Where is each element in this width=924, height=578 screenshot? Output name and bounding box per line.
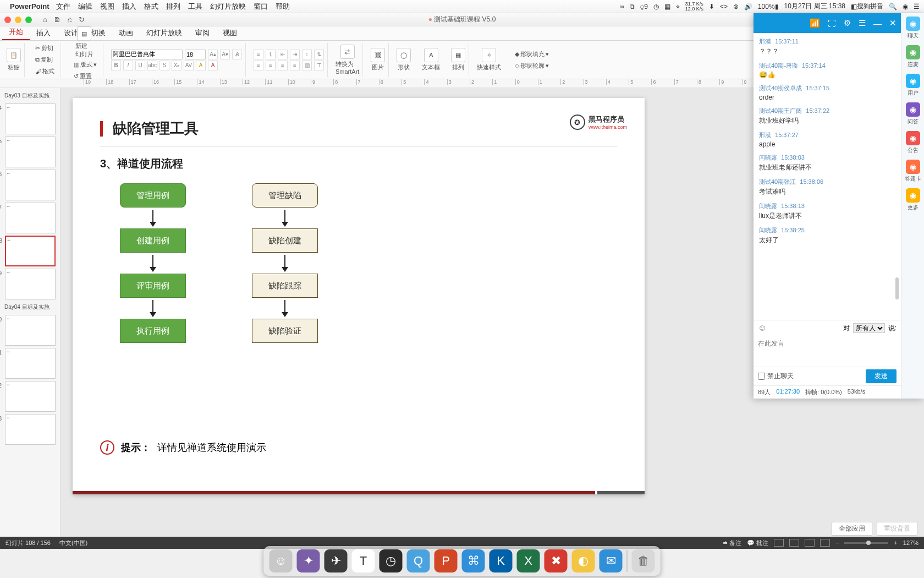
align-right-button[interactable]: ≡ bbox=[278, 61, 288, 70]
compass-icon[interactable]: ⌖ bbox=[676, 3, 680, 10]
flow-right-3[interactable]: 缺陷验证 bbox=[252, 319, 318, 343]
settings-icon[interactable]: ⚙ bbox=[844, 18, 851, 28]
slideshow-view-icon[interactable] bbox=[820, 539, 830, 547]
signal-icon[interactable]: 📶 bbox=[810, 18, 820, 28]
bold-button[interactable]: B bbox=[111, 61, 121, 70]
decrease-font-icon[interactable]: A▾ bbox=[220, 50, 230, 59]
volume-icon[interactable]: 🔊 bbox=[744, 3, 752, 10]
apply-all-button[interactable]: 全部应用 bbox=[832, 522, 872, 536]
dock-app-3[interactable]: T bbox=[352, 549, 375, 572]
chat-side-公告[interactable]: ◉公告 bbox=[906, 131, 920, 154]
slide-thumb[interactable]: 0▪▪▪ bbox=[5, 315, 56, 346]
chat-side-问答[interactable]: ◉问答 bbox=[906, 102, 920, 126]
align-left-button[interactable]: ≡ bbox=[254, 61, 263, 70]
shape-outline-button[interactable]: ◇ 形状轮廓 ▾ bbox=[512, 61, 552, 71]
reset-bg-button[interactable]: 重设背景 bbox=[877, 522, 917, 536]
slide-thumb[interactable]: 3▪▪▪ bbox=[5, 414, 56, 445]
menu-help[interactable]: 帮助 bbox=[276, 2, 290, 12]
qa-undo-icon[interactable]: ⎌ bbox=[68, 15, 72, 24]
line-spacing-button[interactable]: ↕ bbox=[302, 50, 312, 59]
highlight-button[interactable]: A bbox=[196, 61, 206, 70]
chat-scrollbar[interactable] bbox=[895, 277, 899, 299]
shape-fill-button[interactable]: ◆ 形状填充 ▾ bbox=[512, 49, 552, 59]
chat-side-用户[interactable]: ◉用户 bbox=[906, 74, 920, 97]
section-day03[interactable]: Day03 目标及实施 bbox=[3, 90, 57, 101]
subscript-button[interactable]: X₂ bbox=[172, 61, 182, 70]
close-window-icon[interactable] bbox=[4, 17, 11, 23]
cut-button[interactable]: ✂ 剪切 bbox=[32, 43, 57, 53]
dock-app-10[interactable]: ✖ bbox=[544, 549, 568, 572]
dock-app-0[interactable]: ☺ bbox=[270, 549, 293, 572]
zoom-window-icon[interactable] bbox=[25, 17, 32, 23]
clear-format-icon[interactable]: A̷ bbox=[232, 50, 242, 59]
flow-left-0[interactable]: 管理用例 bbox=[120, 183, 186, 208]
slide-thumb[interactable]: 6▪▪▪ bbox=[5, 170, 56, 200]
menu-window[interactable]: 窗口 bbox=[254, 2, 268, 12]
text-direction-button[interactable]: ⇅ bbox=[314, 50, 324, 59]
siri-icon[interactable]: ◉ bbox=[903, 3, 908, 10]
underline-button[interactable]: U bbox=[135, 61, 145, 70]
mute-checkbox[interactable]: 禁止聊天 bbox=[758, 372, 794, 381]
screen-icon[interactable]: ⧉ bbox=[630, 3, 635, 10]
slide-thumb[interactable]: 9▪▪▪ bbox=[5, 269, 56, 299]
sorter-view-icon[interactable] bbox=[789, 539, 799, 547]
strike-button[interactable]: abc bbox=[147, 61, 157, 70]
menu-file[interactable]: 文件 bbox=[56, 2, 70, 12]
reading-view-icon[interactable] bbox=[805, 539, 815, 547]
slide-thumb[interactable]: 7▪▪▪ bbox=[5, 203, 56, 233]
q-icon[interactable]: ⍜ 9 bbox=[640, 3, 648, 10]
down-icon[interactable]: ⬇ bbox=[709, 3, 714, 10]
slide-panel[interactable]: Day03 目标及实施 4▪▪▪5▪▪▪6▪▪▪7▪▪▪8▪▪▪9▪▪▪ Day… bbox=[0, 88, 61, 537]
menu-slideshow[interactable]: 幻灯片放映 bbox=[210, 2, 246, 12]
shape-button[interactable]: ◯形状 bbox=[397, 48, 411, 72]
menu-insert[interactable]: 插入 bbox=[122, 2, 136, 12]
zoom-in-button[interactable]: + bbox=[894, 539, 897, 546]
flow-left-3[interactable]: 执行用例 bbox=[120, 319, 186, 343]
font-color-button[interactable]: A bbox=[208, 61, 218, 70]
flow-right-2[interactable]: 缺陷跟踪 bbox=[252, 274, 318, 298]
chat-messages[interactable]: 邢漠 15:37:11？？？测试40期-唐璇 15:37:14😅👍测试40期侯卓… bbox=[754, 33, 901, 320]
infinity-icon[interactable]: ∞ bbox=[620, 3, 625, 10]
chat-input[interactable] bbox=[754, 336, 901, 367]
smartart-button[interactable]: ⇄ 转换为 SmartArt bbox=[336, 45, 359, 75]
spacing-button[interactable]: AV bbox=[184, 61, 194, 70]
dock-app-9[interactable]: X bbox=[517, 549, 540, 572]
expand-icon[interactable]: ⛶ bbox=[828, 19, 836, 28]
align-top-button[interactable]: ⊤ bbox=[314, 61, 324, 70]
close-icon[interactable]: ✕ bbox=[889, 18, 897, 28]
clock-icon[interactable]: ◷ bbox=[653, 3, 659, 10]
dock-trash[interactable]: 🗑 bbox=[632, 549, 655, 572]
menu-edit[interactable]: 编辑 bbox=[78, 2, 92, 12]
size-select[interactable] bbox=[185, 50, 206, 59]
menu-arrange[interactable]: 排列 bbox=[166, 2, 180, 12]
menu-icon[interactable]: ☰ bbox=[859, 18, 866, 28]
clock[interactable]: 10月27日 周三 15:38 bbox=[784, 2, 845, 11]
tab-animation[interactable]: 动画 bbox=[112, 26, 140, 40]
zoom-out-button[interactable]: − bbox=[835, 539, 839, 546]
tab-slideshow[interactable]: 幻灯片放映 bbox=[140, 26, 189, 40]
traffic-lights[interactable] bbox=[4, 17, 32, 23]
notes-button[interactable]: ≐ 备注 bbox=[723, 539, 741, 547]
code-icon[interactable]: <> bbox=[720, 3, 728, 10]
zoom-slider[interactable] bbox=[844, 542, 888, 544]
spotlight-icon[interactable]: 🔍 bbox=[889, 3, 897, 10]
dock-app-4[interactable]: ◷ bbox=[380, 549, 403, 572]
justify-button[interactable]: ≡ bbox=[290, 61, 300, 70]
app-name[interactable]: PowerPoint bbox=[10, 2, 50, 10]
bullets-button[interactable]: ≡ bbox=[254, 50, 263, 59]
increase-font-icon[interactable]: A▴ bbox=[208, 50, 218, 59]
slide[interactable]: 缺陷管理工具 ✪ 黑马程序员www.itheima.com 3、禅道使用流程 管… bbox=[73, 98, 645, 494]
menu-tools[interactable]: 工具 bbox=[188, 2, 202, 12]
battery[interactable]: 100% ▮ bbox=[758, 3, 779, 10]
minimize-icon[interactable]: — bbox=[873, 19, 882, 28]
dock-app-2[interactable]: ✈ bbox=[324, 549, 348, 572]
columns-button[interactable]: ▥ bbox=[302, 61, 312, 70]
chat-side-聊天[interactable]: ◉聊天 bbox=[906, 17, 920, 40]
picture-button[interactable]: 🖼图片 bbox=[371, 48, 385, 72]
shadow-button[interactable]: S bbox=[160, 61, 169, 70]
slide-thumb[interactable]: 2▪▪▪ bbox=[5, 381, 56, 412]
dock-app-8[interactable]: K bbox=[490, 549, 513, 572]
slide-thumb[interactable]: 8▪▪▪ bbox=[5, 236, 56, 266]
ime[interactable]: ◧ 搜狗拼音 bbox=[851, 2, 883, 11]
chat-side-更多[interactable]: ◉更多 bbox=[906, 188, 920, 211]
